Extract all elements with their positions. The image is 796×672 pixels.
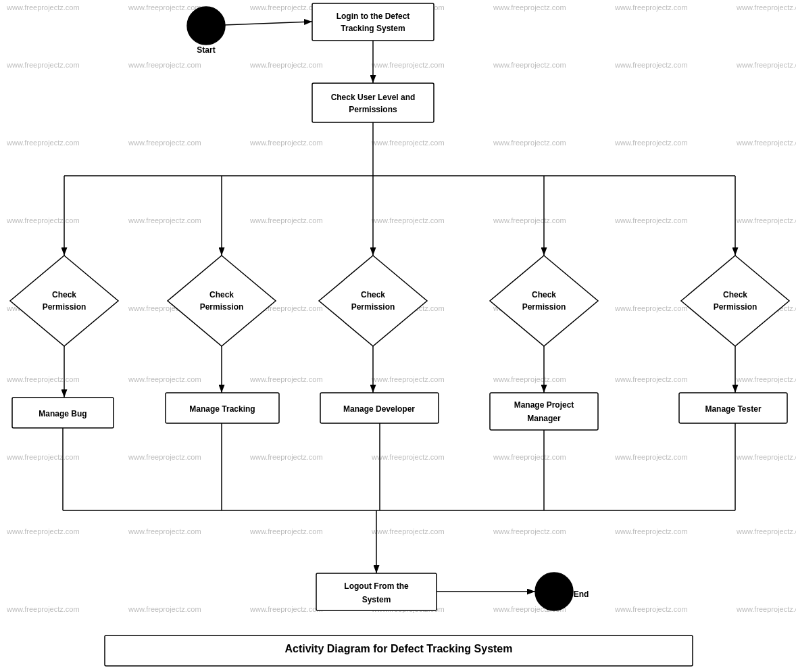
check-user-label2: Permissions bbox=[349, 105, 397, 114]
svg-text:www.freeprojectz.com: www.freeprojectz.com bbox=[128, 605, 201, 613]
check-perm1-label: Check bbox=[52, 290, 76, 299]
svg-text:www.freeprojectz.com: www.freeprojectz.com bbox=[249, 605, 323, 613]
check-user-node bbox=[312, 83, 434, 122]
svg-text:www.freeprojectz.com: www.freeprojectz.com bbox=[614, 3, 688, 11]
svg-text:www.freeprojectz.com: www.freeprojectz.com bbox=[371, 216, 445, 224]
login-label2: Tracking System bbox=[341, 24, 405, 33]
svg-text:www.freeprojectz.com: www.freeprojectz.com bbox=[6, 375, 80, 383]
check-perm2-label: Check bbox=[209, 290, 234, 299]
svg-text:www.freeprojectz.com: www.freeprojectz.com bbox=[249, 61, 323, 69]
check-perm5-label: Check bbox=[723, 290, 747, 299]
svg-text:www.freeprojectz.com: www.freeprojectz.com bbox=[6, 605, 80, 613]
svg-text:www.freeprojectz.com: www.freeprojectz.com bbox=[128, 453, 201, 461]
svg-text:www.freeprojectz.com: www.freeprojectz.com bbox=[249, 453, 323, 461]
svg-text:www.freeprojectz.com: www.freeprojectz.com bbox=[614, 527, 688, 535]
check-perm4-label2: Permission bbox=[522, 302, 566, 312]
svg-text:www.freeprojectz.com: www.freeprojectz.com bbox=[614, 304, 688, 312]
check-perm3-label: Check bbox=[361, 290, 385, 299]
svg-text:www.freeprojectz.com: www.freeprojectz.com bbox=[128, 216, 201, 224]
svg-text:www.freeprojectz.com: www.freeprojectz.com bbox=[371, 453, 445, 461]
svg-text:www.freeprojectz.com: www.freeprojectz.com bbox=[614, 453, 688, 461]
svg-text:www.freeprojectz.com: www.freeprojectz.com bbox=[6, 3, 80, 11]
svg-text:www.freeprojectz.com: www.freeprojectz.com bbox=[493, 61, 566, 69]
svg-text:www.freeprojectz.com: www.freeprojectz.com bbox=[736, 139, 796, 147]
svg-text:www.freeprojectz.com: www.freeprojectz.com bbox=[493, 527, 566, 535]
svg-text:www.freeprojectz.com: www.freeprojectz.com bbox=[371, 375, 445, 383]
svg-text:www.freeprojectz.com: www.freeprojectz.com bbox=[6, 61, 80, 69]
svg-text:www.freeprojectz.com: www.freeprojectz.com bbox=[371, 139, 445, 147]
svg-text:www.freeprojectz.com: www.freeprojectz.com bbox=[614, 375, 688, 383]
manage-pm-label2: Manager bbox=[527, 414, 561, 423]
svg-text:www.freeprojectz.com: www.freeprojectz.com bbox=[736, 61, 796, 69]
logout-label2: System bbox=[362, 595, 391, 604]
svg-text:www.freeprojectz.com: www.freeprojectz.com bbox=[6, 453, 80, 461]
svg-text:www.freeprojectz.com: www.freeprojectz.com bbox=[736, 375, 796, 383]
svg-text:www.freeprojectz.com: www.freeprojectz.com bbox=[736, 216, 796, 224]
svg-text:www.freeprojectz.com: www.freeprojectz.com bbox=[736, 605, 796, 613]
check-perm5-label2: Permission bbox=[714, 302, 757, 312]
svg-text:www.freeprojectz.com: www.freeprojectz.com bbox=[371, 527, 445, 535]
svg-text:www.freeprojectz.com: www.freeprojectz.com bbox=[493, 3, 566, 11]
svg-text:www.freeprojectz.com: www.freeprojectz.com bbox=[614, 61, 688, 69]
svg-text:www.freeprojectz.com: www.freeprojectz.com bbox=[6, 139, 80, 147]
check-user-label: Check User Level and bbox=[331, 93, 416, 102]
svg-text:www.freeprojectz.com: www.freeprojectz.com bbox=[614, 605, 688, 613]
svg-text:www.freeprojectz.com: www.freeprojectz.com bbox=[736, 3, 796, 11]
diagram-title: Activity Diagram for Defect Tracking Sys… bbox=[284, 643, 512, 654]
svg-text:www.freeprojectz.com: www.freeprojectz.com bbox=[6, 216, 80, 224]
check-perm4-node bbox=[490, 256, 598, 346]
start-label: Start bbox=[197, 45, 215, 55]
svg-text:www.freeprojectz.com: www.freeprojectz.com bbox=[128, 61, 201, 69]
end-label: End bbox=[574, 590, 589, 599]
end-node bbox=[535, 573, 573, 610]
svg-text:www.freeprojectz.com: www.freeprojectz.com bbox=[128, 139, 201, 147]
logout-node bbox=[316, 573, 437, 610]
svg-text:www.freeprojectz.com: www.freeprojectz.com bbox=[493, 216, 566, 224]
svg-text:www.freeprojectz.com: www.freeprojectz.com bbox=[736, 527, 796, 535]
svg-text:www.freeprojectz.com: www.freeprojectz.com bbox=[493, 375, 566, 383]
logout-label: Logout From the bbox=[344, 581, 409, 591]
svg-text:www.freeprojectz.com: www.freeprojectz.com bbox=[493, 139, 566, 147]
check-perm1-label2: Permission bbox=[43, 302, 86, 312]
start-node bbox=[187, 7, 225, 45]
svg-text:www.freeprojectz.com: www.freeprojectz.com bbox=[371, 61, 445, 69]
check-perm2-label2: Permission bbox=[200, 302, 244, 312]
svg-text:www.freeprojectz.com: www.freeprojectz.com bbox=[128, 3, 201, 11]
svg-text:www.freeprojectz.com: www.freeprojectz.com bbox=[249, 375, 323, 383]
manage-tester-label: Manage Tester bbox=[705, 404, 761, 414]
svg-text:www.freeprojectz.com: www.freeprojectz.com bbox=[736, 453, 796, 461]
manage-pm-label: Manage Project bbox=[514, 400, 574, 410]
diagram-area: www.freeprojectz.com www.freeprojectz.co… bbox=[0, 0, 796, 672]
svg-text:www.freeprojectz.com: www.freeprojectz.com bbox=[614, 139, 688, 147]
manage-developer-label: Manage Developer bbox=[343, 404, 415, 414]
check-perm1-node bbox=[10, 256, 118, 346]
manage-bug-label: Manage Bug bbox=[39, 409, 86, 418]
manage-pm-node bbox=[490, 393, 598, 430]
svg-text:www.freeprojectz.com: www.freeprojectz.com bbox=[249, 527, 323, 535]
svg-text:www.freeprojectz.com: www.freeprojectz.com bbox=[128, 527, 201, 535]
check-perm2-node bbox=[168, 256, 276, 346]
svg-text:www.freeprojectz.com: www.freeprojectz.com bbox=[249, 139, 323, 147]
svg-text:www.freeprojectz.com: www.freeprojectz.com bbox=[614, 216, 688, 224]
check-perm3-label2: Permission bbox=[351, 302, 395, 312]
check-perm4-label: Check bbox=[532, 290, 556, 299]
svg-text:www.freeprojectz.com: www.freeprojectz.com bbox=[6, 527, 80, 535]
svg-text:www.freeprojectz.com: www.freeprojectz.com bbox=[493, 453, 566, 461]
login-label: Login to the Defect bbox=[337, 11, 410, 21]
svg-text:www.freeprojectz.com: www.freeprojectz.com bbox=[128, 375, 201, 383]
check-perm5-node bbox=[681, 256, 789, 346]
svg-text:www.freeprojectz.com: www.freeprojectz.com bbox=[249, 216, 323, 224]
manage-tracking-label: Manage Tracking bbox=[189, 404, 255, 414]
login-node bbox=[312, 3, 434, 41]
check-perm3-node bbox=[319, 256, 427, 346]
